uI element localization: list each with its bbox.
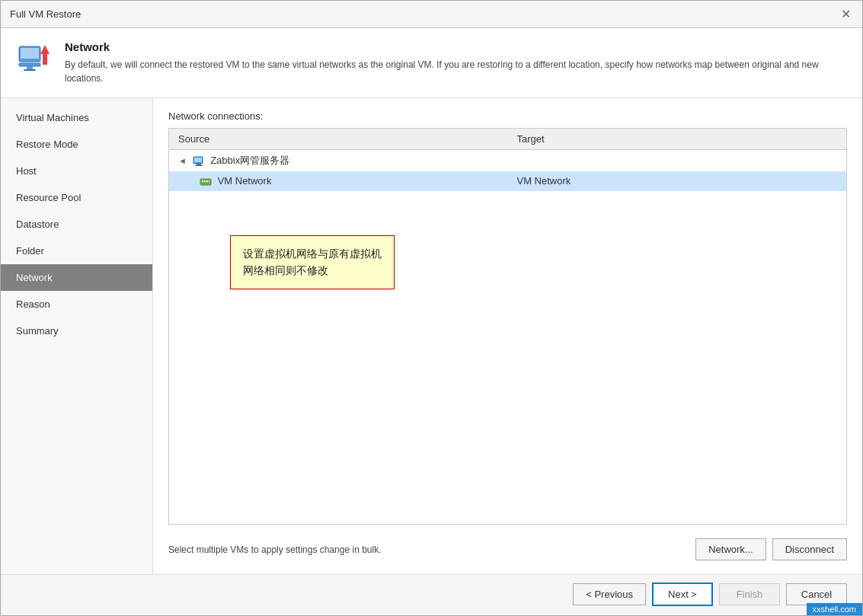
select-vms-text: Select multiple VMs to apply settings ch… <box>168 544 689 555</box>
svg-rect-12 <box>204 180 206 182</box>
sidebar-item-folder[interactable]: Folder <box>1 238 152 264</box>
close-button[interactable]: ✕ <box>838 7 853 22</box>
network-source: VM Network <box>169 171 508 191</box>
svg-rect-1 <box>21 48 39 59</box>
network-adapter-icon <box>200 175 212 187</box>
tooltip-box: 设置虚拟机网络与原有虚拟机网络相同则不修改 <box>230 235 395 289</box>
vm-icon <box>193 155 205 167</box>
section-title: Network connections: <box>168 110 847 122</box>
title-bar: Full VM Restore ✕ <box>1 1 862 28</box>
svg-rect-4 <box>24 69 36 71</box>
svg-rect-13 <box>206 180 208 182</box>
tree-toggle-icon: ◄ <box>178 156 187 165</box>
header-text: Network By default, we will connect the … <box>65 40 847 85</box>
sidebar-item-reason[interactable]: Reason <box>1 291 152 318</box>
vm-node-label: ◄ Zabbix网管服务器 <box>169 150 846 172</box>
cancel-button[interactable]: Cancel <box>786 583 847 605</box>
column-target: Target <box>508 129 847 150</box>
disconnect-button[interactable]: Disconnect <box>772 538 847 560</box>
dialog-title: Full VM Restore <box>10 8 81 20</box>
svg-rect-9 <box>195 165 203 166</box>
sidebar-item-summary[interactable]: Summary <box>1 318 152 344</box>
svg-rect-8 <box>197 164 201 165</box>
main-content: Virtual Machines Restore Mode Host Resou… <box>1 98 862 574</box>
svg-rect-11 <box>202 180 203 182</box>
network-table: Source Target ◄ <box>169 129 846 191</box>
svg-rect-7 <box>194 158 202 162</box>
sidebar-item-datastore[interactable]: Datastore <box>1 211 152 238</box>
sidebar-item-resource-pool[interactable]: Resource Pool <box>1 184 152 211</box>
sidebar-item-virtual-machines[interactable]: Virtual Machines <box>1 104 152 131</box>
watermark: xxshell.com <box>807 603 862 615</box>
full-vm-restore-dialog: Full VM Restore ✕ Network By default, we… <box>0 0 863 616</box>
sidebar-item-restore-mode[interactable]: Restore Mode <box>1 131 152 158</box>
column-source: Source <box>169 129 508 150</box>
sidebar-item-network[interactable]: Network <box>1 264 152 291</box>
right-panel: Network connections: Source Target ◄ <box>153 98 862 574</box>
table-row-vm[interactable]: ◄ Zabbix网管服务器 <box>169 150 846 172</box>
tooltip-text: 设置虚拟机网络与原有虚拟机网络相同则不修改 <box>243 247 382 276</box>
next-button[interactable]: Next > <box>652 582 713 606</box>
svg-marker-5 <box>40 45 50 65</box>
svg-rect-3 <box>27 66 33 69</box>
table-header-row: Source Target <box>169 129 846 150</box>
svg-rect-2 <box>19 63 40 66</box>
finish-button[interactable]: Finish <box>719 583 780 605</box>
svg-rect-14 <box>209 180 209 182</box>
table-row-network[interactable]: VM Network VM Network <box>169 171 846 191</box>
sidebar-item-host[interactable]: Host <box>1 158 152 184</box>
previous-button[interactable]: < Previous <box>573 583 646 605</box>
network-target: VM Network <box>508 171 847 191</box>
network-icon <box>16 40 53 77</box>
footer-buttons: < Previous Next > Finish Cancel <box>1 574 862 615</box>
bottom-action-bar: Select multiple VMs to apply settings ch… <box>168 532 847 567</box>
header-area: Network By default, we will connect the … <box>1 28 862 98</box>
sidebar: Virtual Machines Restore Mode Host Resou… <box>1 98 153 574</box>
header-description: By default, we will connect the restored… <box>65 58 847 85</box>
header-title: Network <box>65 40 847 53</box>
network-table-container: Source Target ◄ <box>168 128 847 525</box>
vm-name: Zabbix网管服务器 <box>210 155 289 166</box>
svg-rect-10 <box>200 179 211 185</box>
network-button[interactable]: Network... <box>695 538 766 560</box>
